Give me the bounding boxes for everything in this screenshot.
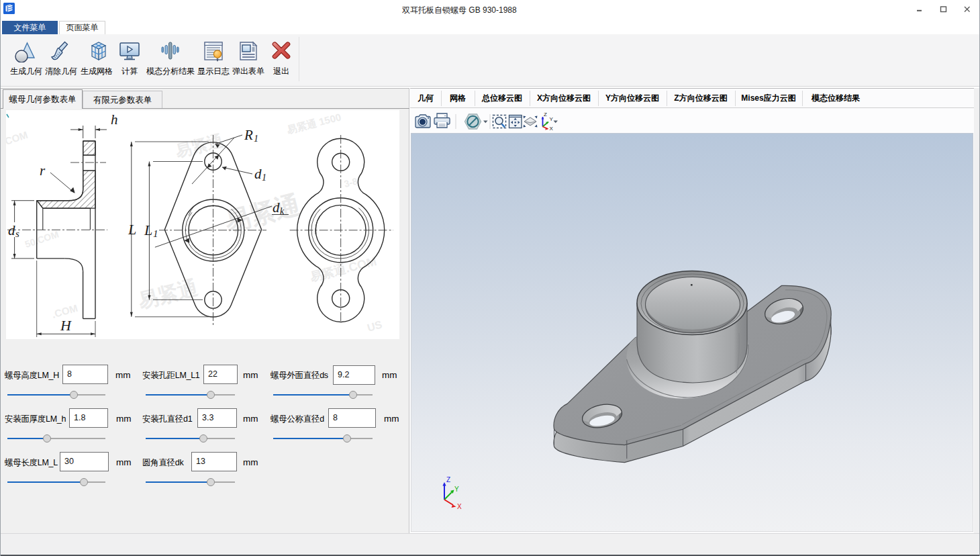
svg-text:d: d <box>8 222 15 238</box>
svg-text:Y: Y <box>454 485 459 493</box>
svg-text:s: s <box>15 228 19 239</box>
svg-text:3-8: 3-8 <box>343 175 359 189</box>
svg-text:X: X <box>457 503 462 510</box>
svg-text:易紧通 1500: 易紧通 1500 <box>285 111 342 136</box>
svg-text:Z: Z <box>544 111 547 118</box>
svg-text:r: r <box>40 163 46 179</box>
svg-text:d: d <box>273 199 280 216</box>
svg-text:k: k <box>280 206 285 216</box>
svg-text:d: d <box>254 166 262 182</box>
svg-text:R: R <box>244 127 253 143</box>
svg-text:h: h <box>111 111 118 128</box>
svg-text:易紧通: 易紧通 <box>135 276 199 312</box>
svg-text:Y: Y <box>550 116 554 122</box>
svg-text:L: L <box>128 221 136 238</box>
svg-text:1: 1 <box>254 134 258 144</box>
svg-text:易紧通.COM: 易紧通.COM <box>308 254 378 284</box>
svg-text:L: L <box>144 222 152 238</box>
svg-text:Z: Z <box>446 476 450 483</box>
svg-text:.COM: .COM <box>6 129 29 148</box>
svg-text:1: 1 <box>262 173 266 183</box>
svg-text:H: H <box>60 317 72 334</box>
svg-text:50.COM: 50.COM <box>23 229 60 250</box>
svg-text:X: X <box>550 126 554 132</box>
svg-text:1: 1 <box>153 228 158 239</box>
svg-text:US: US <box>366 318 383 334</box>
svg-text:易紧通: 易紧通 <box>222 190 303 236</box>
